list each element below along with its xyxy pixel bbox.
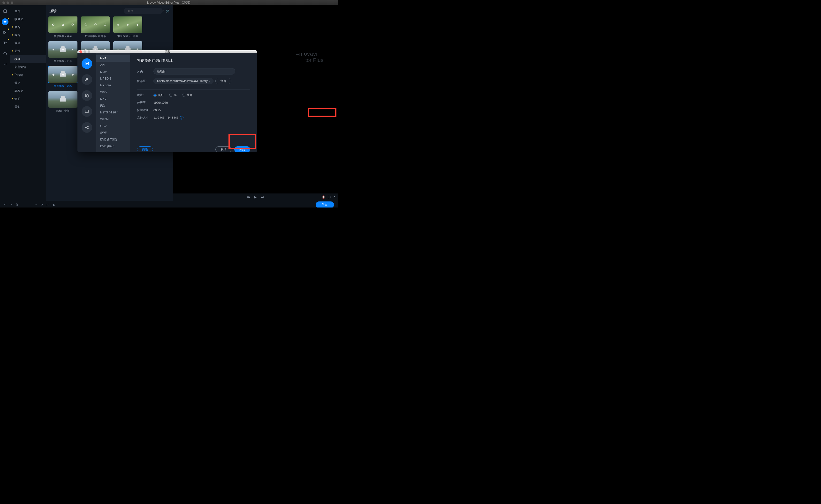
undo-icon[interactable]: ↶ — [4, 203, 6, 206]
category-item[interactable]: 精选 — [10, 23, 46, 31]
filesize-label: 文件大小: — [137, 116, 153, 120]
category-item[interactable]: 收藏夹 — [10, 15, 46, 23]
start-button[interactable]: 开始 — [234, 146, 250, 152]
playback-controls: ⏮ ▶ ⏭ 🔇 ⛶ ↗ — [173, 193, 338, 201]
format-option[interactable]: WebM — [96, 116, 130, 123]
svg-rect-5 — [85, 94, 87, 97]
svg-rect-1 — [4, 31, 5, 33]
resolution-value: 1920x1080 — [153, 101, 168, 104]
format-option[interactable]: SWF — [96, 129, 130, 136]
category-item[interactable]: 调整 — [10, 39, 46, 47]
export-audio-icon[interactable] — [82, 74, 92, 85]
browse-button[interactable]: 浏览 — [216, 78, 232, 84]
more-tools-tab-icon[interactable] — [2, 61, 8, 68]
filters-tab-icon[interactable] — [2, 18, 8, 25]
next-frame-icon[interactable]: ⏭ — [261, 195, 264, 199]
crop-icon[interactable]: ◱ — [46, 203, 49, 206]
stickers-tab-icon[interactable] — [2, 50, 8, 57]
filter-thumbnail[interactable]: ◆◆◆散景模糊 - 钻石 — [48, 66, 77, 88]
filter-thumbnail[interactable]: ♣♣♣散景模糊 - 三叶草 — [113, 16, 142, 38]
left-iconbar: TT — [0, 5, 10, 201]
format-option[interactable]: GIF — [96, 150, 130, 152]
category-item[interactable]: 彩色滤镜 — [10, 63, 46, 71]
delete-icon[interactable]: 🗑 — [15, 203, 18, 206]
chevron-down-icon[interactable]: ⌄ — [208, 79, 213, 83]
svg-point-9 — [87, 126, 88, 127]
prev-frame-icon[interactable]: ⏮ — [247, 195, 250, 199]
export-dialog: 导出 MP4AVIMOVMPEG-1MPEG-2WMVMKVFLVM2TS (H… — [77, 50, 257, 152]
quality-radio[interactable]: 最高 — [182, 93, 192, 97]
format-option[interactable]: MP4 — [96, 55, 130, 62]
play-icon[interactable]: ▶ — [255, 195, 257, 199]
filter-caption: 散景模糊 - 三叶草 — [113, 34, 142, 38]
filter-thumbnail[interactable]: ♥♥♥散景模糊 - 心形 — [48, 41, 77, 63]
quality-radio-group: 良好高最高 — [153, 93, 192, 97]
dialog-window-controls[interactable] — [77, 50, 90, 53]
format-option[interactable]: AVI — [96, 62, 130, 68]
format-list: MP4AVIMOVMPEG-1MPEG-2WMVMKVFLVM2TS (H.26… — [96, 53, 130, 152]
svg-point-10 — [87, 128, 88, 129]
volume-icon[interactable]: 🔇 — [322, 195, 325, 199]
category-item[interactable]: 模糊 — [10, 55, 46, 63]
search-input-wrapper[interactable]: × — [124, 8, 163, 14]
format-option[interactable]: MKV — [96, 96, 130, 102]
duration-label: 持续时间: — [137, 108, 153, 112]
saveto-dropdown[interactable]: Users/macdown/Movies/Movavi Library — [153, 78, 214, 84]
category-item[interactable]: 飞行物 — [10, 71, 46, 79]
cancel-button[interactable]: 取消 — [216, 146, 232, 152]
category-item[interactable]: 艺术 — [10, 47, 46, 55]
titles-tab-icon[interactable]: TT — [2, 40, 8, 46]
color-icon[interactable]: ◐ — [52, 203, 55, 206]
category-item[interactable]: 马赛克 — [10, 87, 46, 95]
filesize-value: 11.9 MB – 44.5 MB — [153, 116, 178, 119]
format-option[interactable]: WMV — [96, 89, 130, 96]
rotate-icon[interactable]: ⟳ — [41, 203, 43, 206]
export-settings: 将视频保存到计算机上 片头: 新项目 保存至: Users/macdown/Mo… — [130, 53, 257, 152]
timeline-toolbar: ↶ ↷ 🗑 ✂ ⟳ ◱ ◐ 导出 — [0, 201, 338, 208]
quality-label: 质量: — [137, 93, 153, 97]
format-option[interactable]: DVD (NTSC) — [96, 136, 130, 143]
cut-icon[interactable]: ✂ — [35, 203, 37, 206]
duration-value: 00:25 — [153, 109, 161, 112]
detach-icon[interactable]: ↗ — [333, 195, 336, 199]
format-option[interactable]: M2TS (H.264) — [96, 109, 130, 116]
format-option[interactable]: DVD (PAL) — [96, 143, 130, 150]
export-video-icon[interactable] — [82, 58, 92, 69]
name-input[interactable]: 新项目 — [153, 68, 235, 74]
export-device-icon[interactable] — [82, 90, 92, 101]
export-button[interactable]: 导出 — [316, 201, 334, 208]
window-title: Movavi Video Editor Plus - 新项目 — [0, 1, 338, 5]
export-tv-icon[interactable] — [82, 106, 92, 117]
filter-caption: 散景模糊 - 花朵 — [48, 34, 77, 38]
filter-thumbnail[interactable]: 移轴 - 中间 — [48, 91, 77, 113]
format-option[interactable]: MPEG-1 — [96, 75, 130, 82]
cart-icon[interactable]: 🛒 — [165, 9, 170, 13]
category-item[interactable]: 全部 — [10, 7, 46, 15]
clear-search-icon[interactable]: × — [163, 9, 164, 13]
format-option[interactable]: FLV — [96, 102, 130, 109]
format-option[interactable]: OGV — [96, 123, 130, 129]
filter-caption: 散景模糊 - 心形 — [48, 59, 77, 63]
export-heading: 将视频保存到计算机上 — [137, 58, 250, 63]
quality-radio[interactable]: 良好 — [153, 93, 164, 97]
export-share-icon[interactable] — [82, 122, 92, 133]
search-input[interactable] — [128, 9, 161, 12]
redo-icon[interactable]: ↷ — [10, 203, 12, 206]
format-option[interactable]: MPEG-2 — [96, 82, 130, 89]
transitions-tab-icon[interactable] — [2, 29, 8, 36]
export-type-iconbar — [77, 53, 96, 152]
quality-radio[interactable]: 高 — [169, 93, 177, 97]
format-option[interactable]: MOV — [96, 68, 130, 75]
filter-category-list: 全部收藏夹精选噪音调整艺术模糊彩色滤镜飞行物漏光马赛克怀旧晕影 — [10, 5, 46, 201]
category-item[interactable]: 怀旧 — [10, 95, 46, 103]
help-icon[interactable]: ? — [180, 116, 183, 119]
fullscreen-icon[interactable]: ⛶ — [328, 195, 331, 199]
filter-thumbnail[interactable]: ⬡⬡⬡散景模糊 - 六边形 — [81, 16, 110, 38]
category-item[interactable]: 漏光 — [10, 79, 46, 87]
window-controls[interactable] — [0, 1, 13, 4]
category-item[interactable]: 晕影 — [10, 103, 46, 111]
filter-thumbnail[interactable]: ✿✿✿散景模糊 - 花朵 — [48, 16, 77, 38]
advanced-button[interactable]: 高级 — [137, 146, 153, 152]
media-tab-icon[interactable] — [2, 8, 8, 15]
category-item[interactable]: 噪音 — [10, 31, 46, 39]
